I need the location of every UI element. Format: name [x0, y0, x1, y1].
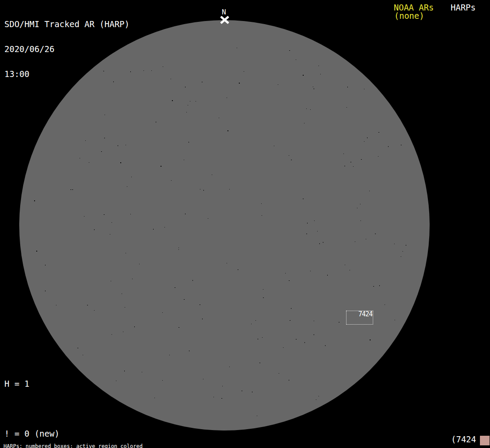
- speckle-dot: [153, 229, 154, 230]
- speckle-dot: [188, 105, 188, 105]
- speckle-dot: [130, 214, 131, 214]
- speckle-dot: [212, 175, 212, 175]
- harps-column-label: HARPs: [451, 4, 476, 12]
- caption-block: HARPs: numbered boxes; active region col…: [4, 433, 187, 448]
- speckle-dot: [303, 199, 304, 199]
- speckle-dot: [162, 380, 163, 381]
- speckle-dot: [314, 334, 314, 335]
- north-cross-icon: [220, 15, 230, 24]
- speckle-dot: [259, 363, 260, 363]
- speckle-dot: [306, 108, 307, 109]
- speckle-dot: [111, 281, 111, 281]
- speckle-dot: [219, 118, 219, 118]
- speckle-dot: [370, 340, 371, 340]
- speckle-dot: [227, 263, 227, 263]
- speckle-dot: [285, 273, 286, 273]
- speckle-dot: [77, 348, 78, 348]
- speckle-dot: [289, 380, 289, 381]
- speckle-dot: [366, 239, 366, 239]
- legend-line: [4, 405, 99, 413]
- speckle-dot: [279, 373, 279, 374]
- speckle-dot: [156, 122, 156, 122]
- speckle-dot: [289, 50, 290, 51]
- speckle-dot: [34, 200, 35, 201]
- speckle-dot: [360, 220, 361, 221]
- speckle-dot: [120, 162, 121, 163]
- speckle-dot: [105, 115, 105, 115]
- speckle-dot: [325, 345, 326, 346]
- speckle-dot: [313, 87, 313, 87]
- speckle-dot: [310, 109, 311, 110]
- speckle-dot: [134, 326, 135, 327]
- speckle-dot: [355, 242, 355, 242]
- speckle-dot: [242, 391, 242, 391]
- speckle-dot: [306, 234, 307, 234]
- speckle-dot: [304, 342, 305, 343]
- speckle-dot: [87, 305, 88, 305]
- speckle-dot: [203, 190, 204, 191]
- speckle-dot: [171, 180, 172, 181]
- speckle-dot: [203, 379, 203, 379]
- speckle-dot: [263, 289, 263, 290]
- speckle-dot: [388, 146, 388, 147]
- speckle-dot: [357, 208, 357, 208]
- speckle-dot: [320, 74, 321, 74]
- speckle-dot: [163, 66, 163, 67]
- speckle-dot: [83, 355, 83, 355]
- speckle-dot: [252, 392, 252, 392]
- speckle-dot: [318, 396, 319, 396]
- speckle-dot: [307, 223, 308, 224]
- speckle-dot: [229, 189, 230, 189]
- speckle-dot: [238, 270, 238, 270]
- speckle-dot: [185, 87, 186, 88]
- speckle-dot: [369, 191, 370, 191]
- speckle-dot: [171, 79, 171, 79]
- speckle-dot: [161, 166, 161, 167]
- speckle-dot: [263, 298, 264, 298]
- harp-reference-number: (7424: [451, 434, 476, 444]
- speckle-dot: [318, 66, 319, 66]
- speckle-dot: [346, 107, 347, 108]
- speckle-dot: [178, 327, 179, 328]
- observation-time: 13:00: [4, 70, 130, 78]
- speckle-dot: [258, 339, 258, 340]
- speckle-dot: [208, 218, 208, 219]
- speckle-dot: [84, 216, 84, 217]
- speckle-dot: [80, 158, 80, 158]
- harp-region-number: 7424: [358, 311, 372, 318]
- title-block: SDO/HMI Tracked AR (HARP) 2020/06/26 13:…: [4, 4, 130, 95]
- speckle-dot: [200, 189, 200, 189]
- speckle-dot: [85, 140, 86, 141]
- speckle-dot: [126, 145, 126, 145]
- speckle-dot: [360, 204, 360, 204]
- speckle-dot: [104, 214, 105, 215]
- speckle-dot: [189, 350, 189, 351]
- speckle-dot: [345, 265, 345, 265]
- speckle-dot: [229, 367, 230, 367]
- speckle-dot: [274, 146, 274, 146]
- speckle-dot: [214, 397, 214, 397]
- speckle-dot: [127, 186, 127, 187]
- speckle-dot: [186, 112, 187, 112]
- speckle-dot: [110, 234, 110, 234]
- speckle-dot: [256, 320, 256, 321]
- speckle-dot: [178, 249, 179, 250]
- speckle-dot: [116, 381, 116, 381]
- page-title: SDO/HMI Tracked AR (HARP): [4, 20, 130, 28]
- speckle-dot: [139, 264, 140, 264]
- speckle-dot: [142, 372, 142, 372]
- speckle-dot: [178, 248, 179, 248]
- speckle-dot: [221, 398, 222, 399]
- speckle-dot: [261, 203, 262, 204]
- speckle-dot: [172, 100, 173, 101]
- harp-region-box: 7424: [346, 311, 373, 325]
- speckle-dot: [144, 70, 144, 71]
- speckle-dot: [185, 214, 186, 214]
- speckle-dot: [394, 244, 395, 244]
- speckle-dot: [112, 334, 112, 335]
- speckle-dot: [228, 130, 228, 131]
- speckle-dot: [291, 160, 292, 160]
- speckle-dot: [189, 142, 189, 143]
- speckle-dot: [202, 318, 203, 319]
- speckle-dot: [316, 399, 316, 400]
